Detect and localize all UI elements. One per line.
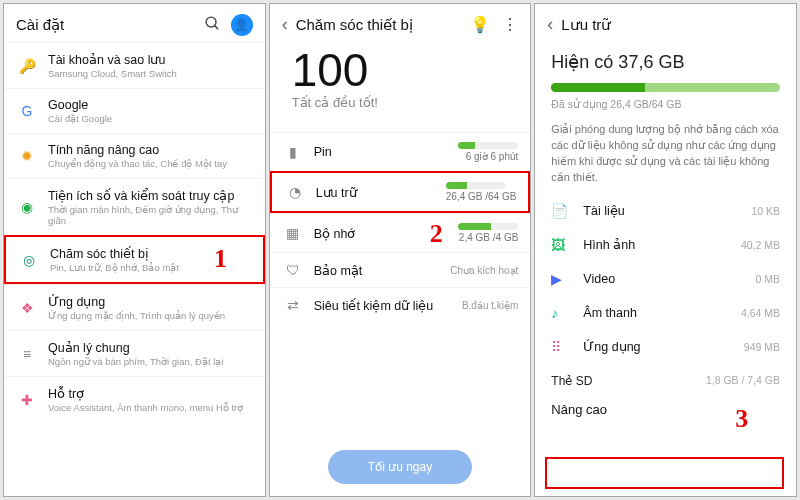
device-care-item[interactable]: ⇄ Siêu tiết kiệm dữ liệuB.đầu t.kiệm: [270, 287, 531, 322]
settings-item-title: Quản lý chung: [48, 340, 253, 355]
settings-item-title: Tiện ích số và kiểm soát truy cập: [48, 188, 253, 203]
settings-item-subtitle: Samsung Cloud, Smart Switch: [48, 68, 253, 79]
settings-item-title: Tài khoản và sao lưu: [48, 52, 253, 67]
settings-item-text: Ứng dụng Ứng dụng mặc định, Trình quản l…: [48, 294, 253, 321]
battery-icon: ▮: [282, 144, 304, 160]
category-label: Âm thanh: [583, 306, 741, 320]
settings-item-title: Ứng dụng: [48, 294, 253, 309]
settings-item[interactable]: 🔑 Tài khoản và sao lưu Samsung Cloud, Sm…: [4, 42, 265, 88]
apps-grid-icon: ⠿: [551, 339, 573, 355]
item-value: 6 giờ 6 phút: [458, 151, 518, 162]
storage-category-row[interactable]: ♪ Âm thanh 4,64 MB: [535, 296, 796, 330]
storage-panel: ‹ Lưu trữ Hiện có 37,6 GB Đã sử dụng 26,…: [534, 3, 797, 497]
device-care-icon: ◎: [18, 252, 40, 268]
settings-item-subtitle: Cài đặt Google: [48, 113, 253, 124]
settings-item[interactable]: ✹ Tính năng nâng cao Chuyển động và thao…: [4, 133, 265, 178]
settings-item-title: Tính năng nâng cao: [48, 143, 253, 157]
sd-card-label: Thẻ SD: [551, 374, 592, 388]
page-title: Chăm sóc thiết bị: [296, 16, 459, 34]
storage-category-row[interactable]: ▶ Video 0 MB: [535, 262, 796, 296]
settings-item-text: Google Cài đặt Google: [48, 98, 253, 124]
settings-item[interactable]: ◉ Tiện ích số và kiểm soát truy cập Thời…: [4, 178, 265, 235]
memory-icon: ▦: [282, 225, 304, 241]
item-label: Lưu trữ: [316, 185, 446, 200]
settings-item-subtitle: Thời gian màn hình, Đếm giờ ứng dụng, Th…: [48, 204, 253, 226]
settings-item-text: Hỗ trợ Voice Assistant, Âm thanh mono, m…: [48, 386, 253, 413]
settings-item-text: Quản lý chung Ngôn ngữ và bàn phím, Thời…: [48, 340, 253, 367]
svg-point-0: [206, 17, 216, 27]
progress-bar: [446, 182, 506, 189]
wellbeing-icon: ◉: [16, 199, 38, 215]
key-icon: 🔑: [16, 58, 38, 74]
category-label: Hình ảnh: [583, 237, 741, 252]
settings-item[interactable]: ≡ Quản lý chung Ngôn ngữ và bàn phím, Th…: [4, 330, 265, 376]
device-care-item[interactable]: ▦ Bộ nhớ 2,4 GB /4 GB: [270, 213, 531, 252]
settings-item[interactable]: ✚ Hỗ trợ Voice Assistant, Âm thanh mono,…: [4, 376, 265, 422]
storage-icon: ◔: [284, 184, 306, 200]
device-care-item[interactable]: ▮ Pin 6 giờ 6 phút: [270, 132, 531, 171]
score-caption: Tất cả đều tốt!: [292, 95, 509, 110]
general-icon: ≡: [16, 346, 38, 362]
settings-item[interactable]: G Google Cài đặt Google: [4, 88, 265, 133]
google-icon: G: [16, 103, 38, 119]
storage-category-row[interactable]: 🖼 Hình ảnh 40,2 MB: [535, 228, 796, 262]
settings-item-text: Tiện ích số và kiểm soát truy cập Thời g…: [48, 188, 253, 226]
page-title: Lưu trữ: [561, 16, 784, 34]
category-label: Ứng dụng: [583, 339, 743, 354]
category-size: 0 MB: [756, 273, 781, 285]
item-meter: 2,4 GB /4 GB: [458, 223, 518, 243]
storage-description: Giải phóng dung lượng bộ nhớ bằng cách x…: [535, 120, 796, 194]
settings-header: Cài đặt 👤: [4, 4, 265, 42]
feature-icon: ✹: [16, 148, 38, 164]
accessibility-icon: ✚: [16, 392, 38, 408]
more-icon[interactable]: ⋮: [502, 15, 518, 34]
image-icon: 🖼: [551, 237, 573, 253]
category-size: 949 MB: [744, 341, 780, 353]
document-icon: 📄: [551, 203, 573, 219]
device-care-panel: ‹ Chăm sóc thiết bị 💡 ⋮ 100 Tất cả đều t…: [269, 3, 532, 497]
audio-icon: ♪: [551, 305, 573, 321]
category-size: 10 KB: [751, 205, 780, 217]
item-meter: 6 giờ 6 phút: [458, 142, 518, 162]
score-number: 100: [292, 47, 509, 93]
storage-categories: 📄 Tài liệu 10 KB🖼 Hình ảnh 40,2 MB▶ Vide…: [535, 194, 796, 364]
data-saver-icon: ⇄: [282, 297, 304, 313]
back-icon[interactable]: ‹: [282, 14, 288, 35]
storage-bar: [551, 83, 780, 92]
device-care-item[interactable]: 🛡 Bảo mậtChưa kích hoạt: [270, 252, 531, 287]
item-value: 2,4 GB /4 GB: [458, 232, 518, 243]
highlight-box-advanced: [545, 457, 784, 489]
item-label: Pin: [314, 145, 459, 159]
search-icon[interactable]: [204, 15, 221, 36]
storage-category-row[interactable]: ⠿ Ứng dụng 949 MB: [535, 330, 796, 364]
step-marker-3: 3: [735, 404, 748, 434]
item-label: Siêu tiết kiệm dữ liệu: [314, 298, 462, 313]
category-size: 4,64 MB: [741, 307, 780, 319]
device-care-list: ▮ Pin 6 giờ 6 phút◔ Lưu trữ 26,4 GB /64 …: [270, 132, 531, 440]
settings-item[interactable]: ❖ Ứng dụng Ứng dụng mặc định, Trình quản…: [4, 284, 265, 330]
available-label: Hiện có 37,6 GB: [551, 51, 780, 73]
step-marker-1: 1: [214, 244, 227, 274]
device-care-item[interactable]: ◔ Lưu trữ 26,4 GB /64 GB: [270, 171, 531, 213]
svg-line-1: [214, 25, 218, 29]
item-value: 26,4 GB /64 GB: [446, 191, 517, 202]
progress-bar: [458, 223, 518, 230]
settings-item-title: Hỗ trợ: [48, 386, 253, 401]
advanced-row[interactable]: Nâng cao: [535, 390, 796, 429]
profile-icon[interactable]: 👤: [231, 14, 253, 36]
bulb-icon[interactable]: 💡: [470, 15, 490, 34]
optimize-button[interactable]: Tối ưu ngay: [328, 450, 472, 484]
step-marker-2: 2: [430, 219, 443, 249]
category-label: Tài liệu: [583, 203, 751, 218]
storage-category-row[interactable]: 📄 Tài liệu 10 KB: [535, 194, 796, 228]
settings-item-subtitle: Chuyển động và thao tác, Chế độ Một tay: [48, 158, 253, 169]
back-icon[interactable]: ‹: [547, 14, 553, 35]
sd-card-row[interactable]: Thẻ SD 1,8 GB / 7,4 GB: [535, 364, 796, 390]
score-block: 100 Tất cả đều tốt!: [270, 41, 531, 132]
storage-header: ‹ Lưu trữ: [535, 4, 796, 41]
page-title: Cài đặt: [16, 16, 192, 34]
item-label: Bảo mật: [314, 263, 451, 278]
category-label: Video: [583, 272, 755, 286]
item-status: B.đầu t.kiệm: [462, 300, 518, 311]
settings-item-subtitle: Ngôn ngữ và bàn phím, Thời gian, Đặt lại: [48, 356, 253, 367]
